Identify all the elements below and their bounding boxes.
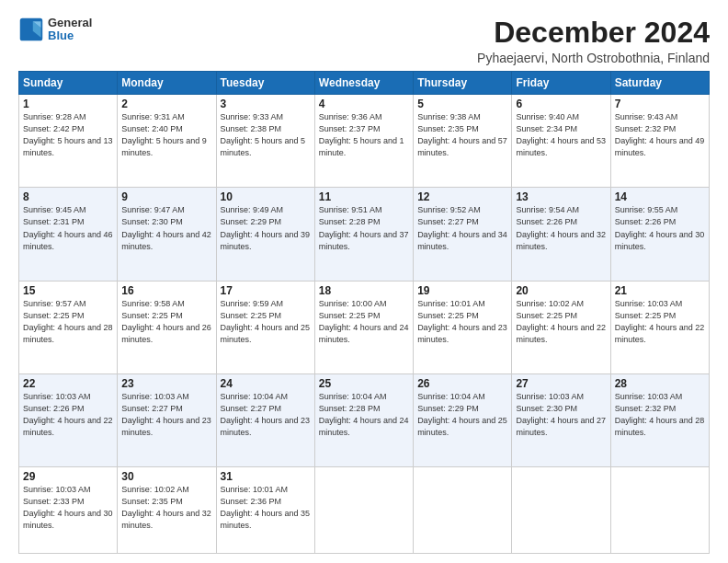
calendar-cell: 17Sunrise: 9:59 AMSunset: 2:25 PMDayligh… <box>216 281 314 373</box>
calendar-week-row: 1Sunrise: 9:28 AMSunset: 2:42 PMDaylight… <box>19 95 710 188</box>
calendar-cell: 26Sunrise: 10:04 AMSunset: 2:29 PMDaylig… <box>414 373 512 466</box>
calendar-cell: 18Sunrise: 10:00 AMSunset: 2:25 PMDaylig… <box>314 281 413 373</box>
cell-info: Sunrise: 10:03 AMSunset: 2:26 PMDaylight… <box>23 391 113 439</box>
calendar-cell: 31Sunrise: 10:01 AMSunset: 2:36 PMDaylig… <box>216 467 314 554</box>
calendar-week-row: 29Sunrise: 10:03 AMSunset: 2:33 PMDaylig… <box>19 467 710 554</box>
day-number: 5 <box>417 98 507 110</box>
day-number: 8 <box>23 190 113 203</box>
cell-info: Sunrise: 10:03 AMSunset: 2:25 PMDaylight… <box>615 298 705 346</box>
calendar-cell <box>610 467 709 554</box>
day-number: 17 <box>221 284 311 297</box>
main-title: December 2024 <box>477 17 710 49</box>
day-number: 4 <box>319 98 409 110</box>
cell-info: Sunrise: 9:40 AMSunset: 2:34 PMDaylight:… <box>516 111 606 159</box>
page: General Blue December 2024 Pyhaejaervi, … <box>0 0 728 563</box>
calendar-cell: 11Sunrise: 9:51 AMSunset: 2:28 PMDayligh… <box>314 188 413 281</box>
day-number: 10 <box>221 190 311 203</box>
weekday-header: Friday <box>512 72 610 95</box>
calendar-cell: 7Sunrise: 9:43 AMSunset: 2:32 PMDaylight… <box>610 95 709 188</box>
day-number: 30 <box>121 470 211 483</box>
calendar-cell: 19Sunrise: 10:01 AMSunset: 2:25 PMDaylig… <box>414 281 512 373</box>
calendar-cell: 21Sunrise: 10:03 AMSunset: 2:25 PMDaylig… <box>610 281 709 373</box>
cell-info: Sunrise: 9:52 AMSunset: 2:27 PMDaylight:… <box>417 204 507 252</box>
cell-info: Sunrise: 10:03 AMSunset: 2:32 PMDaylight… <box>615 391 705 439</box>
cell-info: Sunrise: 10:03 AMSunset: 2:30 PMDaylight… <box>516 391 606 439</box>
calendar-cell: 12Sunrise: 9:52 AMSunset: 2:27 PMDayligh… <box>414 188 512 281</box>
calendar-cell: 4Sunrise: 9:36 AMSunset: 2:37 PMDaylight… <box>314 95 413 188</box>
weekday-header: Tuesday <box>216 72 314 95</box>
day-number: 19 <box>417 284 507 297</box>
cell-info: Sunrise: 9:54 AMSunset: 2:26 PMDaylight:… <box>516 204 606 252</box>
day-number: 31 <box>221 470 311 483</box>
day-number: 28 <box>615 377 705 390</box>
day-number: 22 <box>23 377 113 390</box>
calendar-cell: 30Sunrise: 10:02 AMSunset: 2:35 PMDaylig… <box>118 467 216 554</box>
day-number: 21 <box>615 284 705 297</box>
weekday-header: Thursday <box>414 72 512 95</box>
calendar-cell: 22Sunrise: 10:03 AMSunset: 2:26 PMDaylig… <box>19 373 118 466</box>
calendar-cell: 24Sunrise: 10:04 AMSunset: 2:27 PMDaylig… <box>216 373 314 466</box>
calendar-header-row: SundayMondayTuesdayWednesdayThursdayFrid… <box>19 72 710 95</box>
cell-info: Sunrise: 9:51 AMSunset: 2:28 PMDaylight:… <box>319 204 409 252</box>
cell-info: Sunrise: 9:59 AMSunset: 2:25 PMDaylight:… <box>221 298 311 346</box>
calendar-cell: 5Sunrise: 9:38 AMSunset: 2:35 PMDaylight… <box>414 95 512 188</box>
cell-info: Sunrise: 9:36 AMSunset: 2:37 PMDaylight:… <box>319 111 409 159</box>
day-number: 6 <box>516 98 606 110</box>
calendar-week-row: 8Sunrise: 9:45 AMSunset: 2:31 PMDaylight… <box>19 188 710 281</box>
logo-icon <box>18 17 44 42</box>
day-number: 3 <box>221 98 311 110</box>
logo-blue-text: Blue <box>48 29 92 42</box>
cell-info: Sunrise: 10:00 AMSunset: 2:25 PMDaylight… <box>319 298 409 346</box>
calendar-cell: 3Sunrise: 9:33 AMSunset: 2:38 PMDaylight… <box>216 95 314 188</box>
calendar-cell: 23Sunrise: 10:03 AMSunset: 2:27 PMDaylig… <box>118 373 216 466</box>
cell-info: Sunrise: 9:43 AMSunset: 2:32 PMDaylight:… <box>615 111 705 159</box>
title-block: December 2024 Pyhaejaervi, North Ostrobo… <box>477 17 710 65</box>
cell-info: Sunrise: 9:33 AMSunset: 2:38 PMDaylight:… <box>221 111 311 159</box>
calendar-cell: 10Sunrise: 9:49 AMSunset: 2:29 PMDayligh… <box>216 188 314 281</box>
subtitle: Pyhaejaervi, North Ostrobothnia, Finland <box>477 51 710 65</box>
calendar-cell: 20Sunrise: 10:02 AMSunset: 2:25 PMDaylig… <box>512 281 610 373</box>
calendar-cell: 14Sunrise: 9:55 AMSunset: 2:26 PMDayligh… <box>610 188 709 281</box>
cell-info: Sunrise: 9:38 AMSunset: 2:35 PMDaylight:… <box>417 111 507 159</box>
day-number: 16 <box>121 284 211 297</box>
calendar-cell: 15Sunrise: 9:57 AMSunset: 2:25 PMDayligh… <box>19 281 118 373</box>
cell-info: Sunrise: 10:03 AMSunset: 2:33 PMDaylight… <box>23 484 113 532</box>
logo-general-text: General <box>48 17 92 29</box>
day-number: 29 <box>23 470 113 483</box>
day-number: 15 <box>23 284 113 297</box>
cell-info: Sunrise: 10:04 AMSunset: 2:28 PMDaylight… <box>319 391 409 439</box>
cell-info: Sunrise: 10:02 AMSunset: 2:25 PMDaylight… <box>516 298 606 346</box>
day-number: 2 <box>121 98 211 110</box>
logo-text: General Blue <box>48 17 92 43</box>
day-number: 9 <box>121 190 211 203</box>
cell-info: Sunrise: 9:58 AMSunset: 2:25 PMDaylight:… <box>121 298 211 346</box>
cell-info: Sunrise: 9:57 AMSunset: 2:25 PMDaylight:… <box>23 298 113 346</box>
day-number: 20 <box>516 284 606 297</box>
calendar-cell: 9Sunrise: 9:47 AMSunset: 2:30 PMDaylight… <box>118 188 216 281</box>
cell-info: Sunrise: 9:49 AMSunset: 2:29 PMDaylight:… <box>221 204 311 252</box>
calendar-cell <box>414 467 512 554</box>
day-number: 13 <box>516 190 606 203</box>
weekday-header: Saturday <box>610 72 709 95</box>
cell-info: Sunrise: 9:45 AMSunset: 2:31 PMDaylight:… <box>23 204 113 252</box>
cell-info: Sunrise: 10:01 AMSunset: 2:25 PMDaylight… <box>417 298 507 346</box>
day-number: 11 <box>319 190 409 203</box>
cell-info: Sunrise: 10:03 AMSunset: 2:27 PMDaylight… <box>121 391 211 439</box>
day-number: 23 <box>121 377 211 390</box>
calendar-cell: 25Sunrise: 10:04 AMSunset: 2:28 PMDaylig… <box>314 373 413 466</box>
cell-info: Sunrise: 9:31 AMSunset: 2:40 PMDaylight:… <box>121 111 211 159</box>
calendar-cell: 29Sunrise: 10:03 AMSunset: 2:33 PMDaylig… <box>19 467 118 554</box>
calendar-cell: 8Sunrise: 9:45 AMSunset: 2:31 PMDaylight… <box>19 188 118 281</box>
calendar-cell: 16Sunrise: 9:58 AMSunset: 2:25 PMDayligh… <box>118 281 216 373</box>
calendar-cell: 1Sunrise: 9:28 AMSunset: 2:42 PMDaylight… <box>19 95 118 188</box>
calendar-cell <box>512 467 610 554</box>
day-number: 7 <box>615 98 705 110</box>
day-number: 24 <box>221 377 311 390</box>
day-number: 25 <box>319 377 409 390</box>
calendar-cell: 13Sunrise: 9:54 AMSunset: 2:26 PMDayligh… <box>512 188 610 281</box>
cell-info: Sunrise: 10:04 AMSunset: 2:29 PMDaylight… <box>417 391 507 439</box>
calendar-week-row: 22Sunrise: 10:03 AMSunset: 2:26 PMDaylig… <box>19 373 710 466</box>
calendar-cell: 27Sunrise: 10:03 AMSunset: 2:30 PMDaylig… <box>512 373 610 466</box>
cell-info: Sunrise: 9:47 AMSunset: 2:30 PMDaylight:… <box>121 204 211 252</box>
calendar-week-row: 15Sunrise: 9:57 AMSunset: 2:25 PMDayligh… <box>19 281 710 373</box>
